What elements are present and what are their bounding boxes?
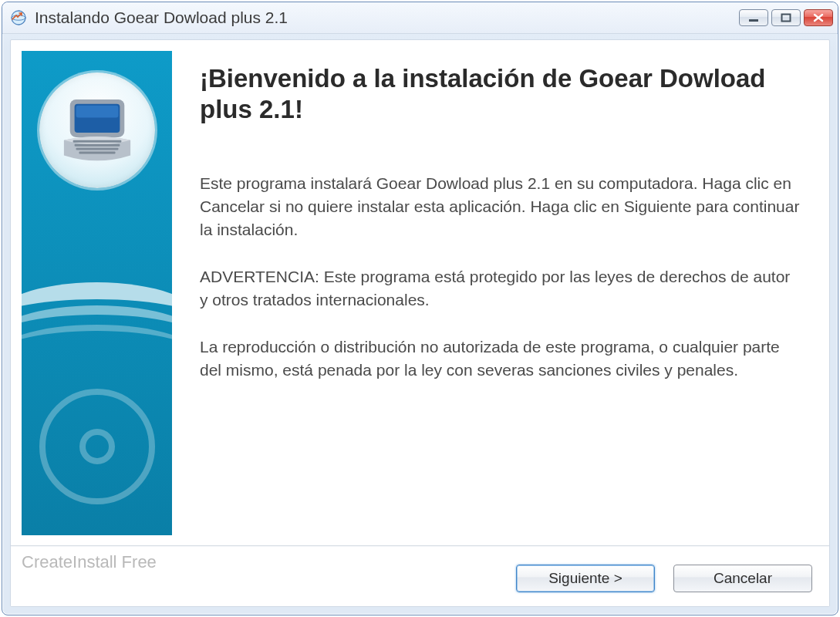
close-icon xyxy=(813,13,824,22)
svg-rect-7 xyxy=(73,140,121,143)
svg-rect-8 xyxy=(74,144,120,147)
minimize-icon xyxy=(748,13,759,22)
brand-label: CreateInstall Free xyxy=(22,552,157,572)
maximize-button[interactable] xyxy=(771,9,801,26)
svg-rect-3 xyxy=(782,15,791,22)
intro-paragraph: Este programa instalará Goear Dowload pl… xyxy=(200,172,801,242)
legal-paragraph: La reproducción o distribución no autori… xyxy=(200,335,801,383)
minimize-button[interactable] xyxy=(739,9,768,26)
content-area: ¡Bienvenido a la instalación de Goear Do… xyxy=(11,40,829,546)
svg-rect-6 xyxy=(76,106,118,118)
footer: CreateInstall Free Siguiente > Cancelar xyxy=(11,545,829,606)
window-title: Instalando Goear Dowload plus 2.1 xyxy=(35,8,739,27)
svg-rect-10 xyxy=(79,151,115,153)
window-controls xyxy=(739,9,833,26)
warning-paragraph: ADVERTENCIA: Este programa está protegid… xyxy=(200,265,801,312)
installer-window: Instalando Goear Dowload plus 2.1 xyxy=(2,2,838,615)
laptop-icon xyxy=(59,96,135,164)
svg-rect-9 xyxy=(76,148,118,150)
welcome-heading: ¡Bienvenido a la instalación de Goear Do… xyxy=(200,63,801,126)
banner-wave xyxy=(22,325,172,393)
main-panel: ¡Bienvenido a la instalación de Goear Do… xyxy=(172,40,829,546)
banner-circle xyxy=(39,72,155,188)
disc-icon xyxy=(39,389,155,504)
app-icon xyxy=(10,9,27,26)
close-button[interactable] xyxy=(804,9,833,26)
maximize-icon xyxy=(781,13,791,22)
cancel-button[interactable]: Cancelar xyxy=(673,565,812,592)
side-banner xyxy=(22,51,172,535)
svg-rect-2 xyxy=(749,19,758,22)
footer-buttons: Siguiente > Cancelar xyxy=(516,565,812,592)
client-area: ¡Bienvenido a la instalación de Goear Do… xyxy=(10,39,830,607)
titlebar[interactable]: Instalando Goear Dowload plus 2.1 xyxy=(2,2,838,34)
next-button[interactable]: Siguiente > xyxy=(516,565,655,592)
